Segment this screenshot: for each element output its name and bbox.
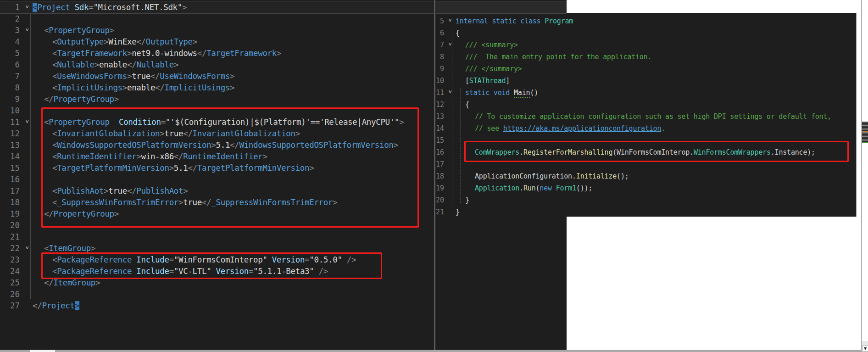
line-number[interactable]: 5: [0, 48, 20, 59]
token: "Microsoft.NET.Sdk": [93, 3, 182, 12]
line-number[interactable]: 3: [0, 25, 20, 36]
line-number[interactable]: 24: [0, 266, 20, 277]
fold-collapse-icon[interactable]: v: [449, 89, 452, 95]
token: OutputType: [57, 37, 104, 46]
line-number[interactable]: 6: [428, 27, 444, 39]
line-number[interactable]: 21: [428, 206, 444, 218]
token: enable: [99, 60, 127, 69]
token: [552, 184, 556, 192]
line-number[interactable]: 19: [428, 182, 444, 194]
line-number[interactable]: 16: [428, 146, 444, 158]
line-number[interactable]: 17: [0, 185, 20, 197]
code-text: [STAThread]: [465, 75, 510, 87]
line-number[interactable]: 10: [0, 105, 20, 117]
white-region-bottom-right: [567, 217, 868, 350]
code-text: Application.Run(new Form1());: [475, 182, 592, 194]
indent-guide-right-2: [460, 88, 461, 203]
token: >: [127, 72, 132, 81]
line-number[interactable]: 11: [0, 117, 20, 128]
line-number[interactable]: 12: [0, 128, 20, 140]
fold-collapse-icon[interactable]: v: [26, 4, 29, 10]
token: /// <summary>: [465, 41, 518, 49]
token: >: [174, 60, 178, 69]
line-number[interactable]: 13: [0, 140, 20, 151]
line-number[interactable]: 17: [428, 158, 444, 170]
token: </: [150, 72, 160, 81]
line-number[interactable]: 18: [428, 170, 444, 182]
token: ImplicitUsings: [57, 83, 122, 92]
token: .: [572, 172, 576, 180]
horizontal-scrollbar[interactable]: [0, 350, 861, 352]
line-number[interactable]: 13: [428, 111, 444, 123]
line-number[interactable]: 7: [0, 71, 20, 82]
line-number[interactable]: 27: [0, 300, 20, 312]
line-number[interactable]: 16: [0, 174, 20, 185]
fold-collapse-icon[interactable]: v: [449, 41, 452, 47]
outline-guide-left: [30, 14, 31, 299]
token: Project: [37, 3, 70, 12]
scrollbar-subtrack[interactable]: [862, 341, 868, 346]
line-number[interactable]: 11: [428, 87, 444, 99]
line-number[interactable]: 19: [0, 208, 20, 220]
annotation-box-left-propertygroup-release: [41, 107, 419, 228]
line-number[interactable]: 8: [428, 51, 444, 63]
token: .: [519, 184, 523, 192]
code-text: </PropertyGroup>: [44, 94, 119, 105]
code-text: /// The main entry point for the applica…: [465, 51, 651, 63]
vertical-scrollbar-thumb[interactable]: [862, 122, 868, 143]
line-number[interactable]: 9: [428, 63, 444, 75]
code-text: ApplicationConfiguration.Initialize();: [475, 170, 629, 182]
fold-collapse-icon[interactable]: v: [26, 245, 29, 251]
fold-collapse-icon[interactable]: v: [449, 17, 452, 23]
line-number[interactable]: 15: [428, 134, 444, 146]
token: <: [33, 3, 37, 12]
code-text: <TargetFramework>net9.0-windows</TargetF…: [52, 48, 281, 59]
line-number[interactable]: 22: [0, 243, 20, 254]
line-number[interactable]: 2: [0, 13, 20, 25]
line-number[interactable]: 4: [0, 36, 20, 48]
token: TargetFramework: [206, 49, 277, 58]
token: >: [230, 83, 234, 92]
fold-collapse-icon[interactable]: v: [26, 118, 29, 124]
token: </: [44, 95, 53, 104]
code-text: <Project Sdk="Microsoft.NET.Sdk">: [33, 2, 187, 13]
vertical-scrollbar[interactable]: ▼: [861, 0, 868, 352]
line-number[interactable]: 8: [0, 82, 20, 94]
token: >: [75, 301, 79, 310]
line-number[interactable]: 23: [0, 254, 20, 266]
line-number[interactable]: 5: [428, 15, 444, 27]
line-number[interactable]: 14: [0, 151, 20, 162]
token: UseWindowsForms: [160, 72, 230, 81]
token: </: [136, 37, 145, 46]
line-number[interactable]: 14: [428, 123, 444, 134]
scroll-down-button[interactable]: ▼: [862, 346, 868, 352]
token: ItemGroup: [53, 278, 95, 287]
line-number[interactable]: 12: [428, 99, 444, 111]
line-number[interactable]: 25: [0, 277, 20, 289]
fold-collapse-icon[interactable]: v: [26, 27, 29, 33]
line-number[interactable]: 9: [0, 94, 20, 105]
line-number[interactable]: 20: [428, 194, 444, 206]
token: https://aka.ms/applicationconfiguration: [503, 124, 661, 133]
token: /// The main entry point for the applica…: [465, 53, 651, 61]
token: new: [540, 184, 552, 192]
token: enable: [127, 83, 155, 92]
line-number[interactable]: 6: [0, 59, 20, 71]
line-number[interactable]: 20: [0, 220, 20, 231]
line-number[interactable]: 1: [0, 2, 20, 13]
line-number[interactable]: 7: [428, 39, 444, 51]
token: STAThread: [469, 77, 506, 85]
token: /// </summary>: [465, 65, 522, 73]
token: </: [197, 49, 206, 58]
line-number[interactable]: 10: [428, 75, 444, 87]
horizontal-scrollbar-thumb[interactable]: [30, 350, 55, 352]
line-number[interactable]: 18: [0, 197, 20, 208]
line-number[interactable]: 15: [0, 162, 20, 174]
line-number[interactable]: 26: [0, 289, 20, 300]
token: UseWindowsForms: [57, 72, 127, 81]
line-number[interactable]: 21: [0, 231, 20, 243]
token: <: [52, 60, 57, 69]
token: ());: [576, 184, 592, 192]
token: ItemGroup: [49, 244, 91, 253]
token: {: [465, 101, 469, 109]
